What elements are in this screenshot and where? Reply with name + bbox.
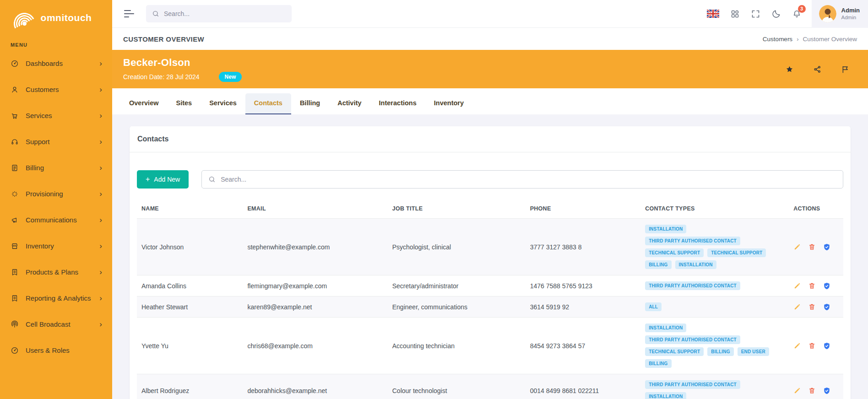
tab-billing[interactable]: Billing xyxy=(291,93,329,114)
tab-overview[interactable]: Overview xyxy=(120,93,168,114)
column-header-phone: PHONE xyxy=(526,202,641,219)
global-search xyxy=(146,5,292,22)
sidebar-item-inventory[interactable]: Inventory› xyxy=(0,233,112,259)
contact-type-badge: THIRD PARTY AUTHORISED CONTACT xyxy=(645,281,740,290)
uk-flag-icon xyxy=(707,10,719,18)
tab-sites[interactable]: Sites xyxy=(168,93,201,114)
sidebar-item-label: Reporting & Analytics xyxy=(26,294,91,302)
fullscreen-icon[interactable] xyxy=(745,0,766,28)
global-search-input[interactable] xyxy=(164,10,286,17)
chevron-right-icon: › xyxy=(99,164,102,172)
column-header-job-title: JOB TITLE xyxy=(388,202,526,219)
contact-phone: 1476 7588 5765 9123 xyxy=(526,275,641,297)
dark-mode-moon-icon[interactable] xyxy=(766,0,787,28)
user-profile-menu[interactable]: Admin Admin xyxy=(812,0,868,28)
breadcrumb-customers-link[interactable]: Customers xyxy=(763,36,792,43)
contact-type-badge: TECHNICAL SUPPORT xyxy=(707,248,766,257)
sidebar-item-reporting-analytics[interactable]: Reporting & Analytics› xyxy=(0,285,112,311)
edit-contact-button[interactable] xyxy=(793,387,801,394)
contacts-card-title: Contacts xyxy=(137,135,843,143)
contact-type-badge: INSTALLATION xyxy=(645,392,686,399)
sidebar-item-billing[interactable]: Billing› xyxy=(0,155,112,181)
contact-phone: 3614 5919 92 xyxy=(526,297,641,318)
sidebar-item-label: Cell Broadcast xyxy=(26,320,71,328)
row-actions xyxy=(793,243,839,251)
verify-contact-button[interactable] xyxy=(823,387,831,395)
verify-contact-button[interactable] xyxy=(823,243,831,251)
sidebar-item-services[interactable]: Services› xyxy=(0,102,112,129)
chevron-right-icon: › xyxy=(99,268,102,276)
sidebar-item-dashboards[interactable]: Dashboards› xyxy=(0,50,112,76)
shield-check-icon xyxy=(823,243,831,251)
breadcrumb-current: Customer Overview xyxy=(803,36,857,43)
table-row: Amanda Collinsflemingmary@example.comSec… xyxy=(137,275,843,297)
tab-interactions[interactable]: Interactions xyxy=(370,93,425,114)
edit-contact-button[interactable] xyxy=(793,342,801,350)
language-flag-button[interactable] xyxy=(701,0,725,28)
contact-email: deborahhicks@example.net xyxy=(243,374,387,399)
contacts-table: NAMEEMAILJOB TITLEPHONECONTACT TYPESACTI… xyxy=(137,202,843,399)
contact-types-cell: ALL xyxy=(640,297,789,318)
column-header-actions: ACTIONS xyxy=(789,202,843,219)
sidebar-item-products-plans[interactable]: Products & Plans› xyxy=(0,259,112,285)
flag-icon[interactable] xyxy=(841,65,850,74)
contact-type-badge: ALL xyxy=(645,302,662,311)
megaphone-icon xyxy=(11,216,19,224)
contact-type-badges: THIRD PARTY AUTHORISED CONTACTINSTALLATI… xyxy=(645,380,784,399)
contact-type-badge: THIRD PARTY AUTHORISED CONTACT xyxy=(645,335,740,344)
apps-grid-icon[interactable] xyxy=(725,0,745,28)
column-header-name: NAME xyxy=(137,202,243,219)
contacts-card: Contacts + Add New xyxy=(130,126,851,399)
contact-type-badge: TECHNICAL SUPPORT xyxy=(645,347,704,356)
notifications-bell-icon[interactable]: 3 xyxy=(787,0,807,28)
edit-contact-button[interactable] xyxy=(793,243,801,251)
sidebar-item-cell-broadcast[interactable]: Cell Broadcast› xyxy=(0,311,112,337)
add-new-contact-button[interactable]: + Add New xyxy=(137,170,189,189)
edit-icon xyxy=(793,387,801,394)
actions-cell xyxy=(789,297,843,318)
tab-inventory[interactable]: Inventory xyxy=(425,93,472,114)
sidebar-item-customers[interactable]: Customers› xyxy=(0,76,112,102)
delete-contact-button[interactable] xyxy=(808,282,816,290)
sidebar-item-label: Dashboards xyxy=(26,59,63,67)
column-header-contact-types: CONTACT TYPES xyxy=(640,202,789,219)
share-icon[interactable] xyxy=(813,65,822,74)
menu-section-label: MENU xyxy=(0,36,112,50)
verify-contact-button[interactable] xyxy=(823,303,831,311)
contact-types-cell: INSTALLATIONTHIRD PARTY AUTHORISED CONTA… xyxy=(640,219,789,275)
contact-type-badge: BILLING xyxy=(645,359,671,368)
delete-contact-button[interactable] xyxy=(808,303,816,311)
sidebar-item-provisioning[interactable]: Provisioning› xyxy=(0,181,112,207)
tab-contacts[interactable]: Contacts xyxy=(245,93,291,114)
contact-job-title: Psychologist, clinical xyxy=(388,219,526,275)
sidebar-item-users-roles[interactable]: Users & Roles xyxy=(0,337,112,363)
breadcrumb: Customers › Customer Overview xyxy=(763,36,857,43)
edit-contact-button[interactable] xyxy=(793,303,801,311)
tab-services[interactable]: Services xyxy=(201,93,245,114)
hamburger-menu-icon[interactable] xyxy=(121,7,137,20)
page-title: CUSTOMER OVERVIEW xyxy=(123,35,204,43)
customer-banner: Becker-Olson Creation Date: 28 Jul 2024 … xyxy=(112,50,868,88)
chevron-right-icon: › xyxy=(99,216,102,224)
chevron-right-icon: › xyxy=(99,112,102,119)
contact-name: Amanda Collins xyxy=(137,275,243,297)
delete-contact-button[interactable] xyxy=(808,243,816,251)
contacts-search-input[interactable] xyxy=(221,176,836,183)
contact-job-title: Accounting technician xyxy=(388,318,526,374)
brand-logo[interactable]: omnitouch xyxy=(0,0,112,36)
chevron-right-icon: › xyxy=(99,138,102,146)
shield-check-icon xyxy=(823,303,831,311)
edit-contact-button[interactable] xyxy=(793,282,801,290)
verify-contact-button[interactable] xyxy=(823,342,831,350)
sidebar-item-communications[interactable]: Communications› xyxy=(0,207,112,233)
delete-contact-button[interactable] xyxy=(808,342,816,350)
contact-name: Heather Stewart xyxy=(137,297,243,318)
delete-contact-button[interactable] xyxy=(808,387,816,394)
tab-activity[interactable]: Activity xyxy=(329,93,370,114)
actions-cell xyxy=(789,374,843,399)
row-actions xyxy=(793,387,839,395)
favourite-star-icon[interactable] xyxy=(785,65,794,74)
sidebar-item-support[interactable]: Support› xyxy=(0,129,112,155)
verify-contact-button[interactable] xyxy=(823,282,831,290)
sidebar-item-label: Services xyxy=(26,112,52,119)
